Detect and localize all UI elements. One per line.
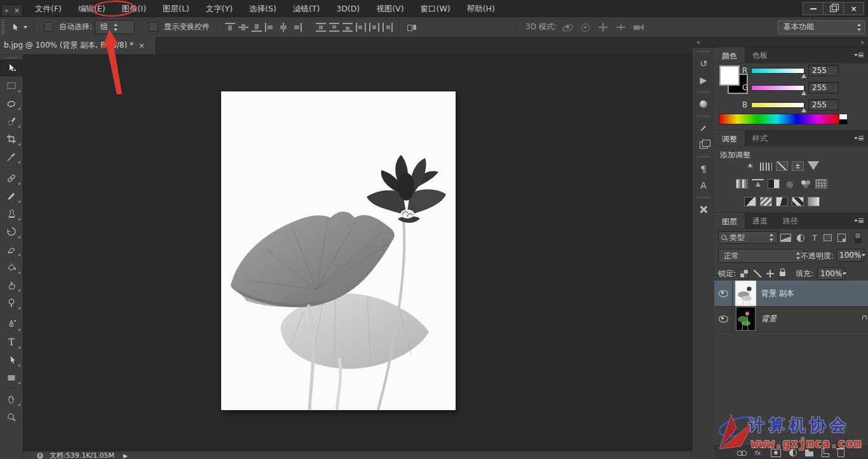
distribute-bottom-edges-icon[interactable]: [342, 23, 353, 32]
slider-thumb[interactable]: [801, 91, 806, 95]
green-slider[interactable]: [751, 85, 804, 91]
smart-object-filter-icon[interactable]: [835, 232, 848, 243]
distribute-vertical-centers-icon[interactable]: [329, 23, 339, 32]
lock-transparent-icon[interactable]: [740, 269, 749, 278]
filter-toggle-icon[interactable]: [851, 232, 864, 243]
layer-row-background[interactable]: 背景: [714, 306, 868, 332]
tab-close-icon[interactable]: ×: [139, 41, 145, 50]
quick-selection-tool[interactable]: [0, 113, 22, 130]
color-lookup-icon[interactable]: [815, 179, 827, 189]
distribute-right-edges-icon[interactable]: [383, 23, 393, 32]
eyedropper-tool[interactable]: [0, 149, 22, 165]
restore-button[interactable]: [823, 2, 844, 15]
auto-select-dropdown[interactable]: 组: [95, 20, 135, 34]
character-styles-icon[interactable]: A: [693, 177, 714, 194]
menu-item-edit[interactable]: 编辑(E): [70, 0, 114, 17]
dock-grip[interactable]: [697, 116, 710, 117]
align-right-edges-icon[interactable]: [292, 23, 302, 32]
align-top-edges-icon[interactable]: [225, 23, 235, 32]
lasso-tool[interactable]: [0, 95, 22, 112]
workspace-switcher[interactable]: 基本功能: [778, 20, 865, 34]
layer-thumbnail[interactable]: [736, 282, 755, 305]
smudge-tool[interactable]: [0, 277, 22, 293]
color-spectrum-ramp[interactable]: [719, 114, 839, 124]
path-selection-tool[interactable]: [0, 352, 22, 368]
menu-item-image[interactable]: 图像(I): [114, 0, 154, 17]
invert-icon[interactable]: [744, 197, 756, 206]
crop-tool[interactable]: [0, 131, 22, 147]
3d-roll-icon[interactable]: [579, 22, 593, 32]
color-balance-icon[interactable]: [752, 179, 764, 189]
menu-item-filter[interactable]: 滤镜(T): [285, 0, 328, 17]
red-value-input[interactable]: 255: [808, 65, 839, 76]
pixel-layer-filter-icon[interactable]: [779, 232, 792, 243]
align-horizontal-centers-icon[interactable]: [278, 23, 288, 32]
history-brush-tool[interactable]: [0, 223, 22, 240]
layer-name[interactable]: 背景 副本: [761, 288, 794, 299]
lock-pixels-icon[interactable]: [754, 270, 761, 277]
fill-dropdown[interactable]: [842, 268, 846, 279]
spot-healing-brush-tool[interactable]: [0, 170, 22, 187]
tab-layers[interactable]: 图层: [714, 213, 745, 229]
document-canvas[interactable]: [221, 91, 456, 410]
menu-item-window[interactable]: 窗口(W): [412, 0, 459, 17]
gradient-map-icon[interactable]: [792, 197, 804, 206]
fill-control[interactable]: 100%: [817, 267, 845, 280]
link-layers-icon[interactable]: [737, 451, 746, 455]
shape-layer-filter-icon[interactable]: [821, 232, 834, 243]
zoom-tool[interactable]: [0, 409, 22, 425]
brightness-contrast-icon[interactable]: [744, 161, 756, 171]
hand-tool[interactable]: [0, 391, 22, 408]
collapse-panels-icon[interactable]: «: [696, 39, 700, 46]
menu-item-view[interactable]: 视图(V): [368, 0, 412, 17]
adjustment-layer-filter-icon[interactable]: [794, 232, 807, 243]
photo-filter-icon[interactable]: [783, 179, 796, 189]
layer-row-background-copy[interactable]: 背景 副本: [714, 281, 868, 307]
dock-grip[interactable]: [697, 156, 710, 157]
bw-ramp-end[interactable]: [839, 114, 848, 124]
panel-menu-icon[interactable]: [854, 135, 864, 142]
menu-item-3d[interactable]: 3D(D): [328, 0, 368, 17]
levels-icon[interactable]: [760, 163, 772, 171]
new-layer-icon[interactable]: [822, 448, 829, 457]
brush-presets-icon[interactable]: [693, 120, 714, 136]
green-value-input[interactable]: 255: [808, 82, 839, 93]
pen-tool[interactable]: [0, 316, 22, 333]
foreground-color-swatch[interactable]: [719, 65, 740, 86]
tab-swatches[interactable]: 色板: [745, 48, 775, 63]
threshold-icon[interactable]: [776, 197, 788, 206]
status-flyout-icon[interactable]: ▶: [123, 453, 128, 459]
fill-value[interactable]: 100%: [818, 269, 842, 278]
tab-channels[interactable]: 通道: [745, 213, 775, 229]
3d-orbit-icon[interactable]: [561, 22, 575, 32]
align-bottom-edges-icon[interactable]: [252, 23, 262, 32]
black-white-icon[interactable]: [768, 179, 780, 189]
rectangle-tool[interactable]: [0, 369, 22, 386]
panel-menu-icon[interactable]: [854, 218, 864, 224]
dodge-tool[interactable]: [0, 295, 22, 311]
vibrance-icon[interactable]: [808, 161, 819, 170]
layer-filter-type-dropdown[interactable]: 类型: [718, 231, 778, 244]
dock-grip[interactable]: [697, 51, 710, 52]
paragraph-styles-icon[interactable]: ¶: [693, 161, 714, 177]
document-tab[interactable]: b.jpg @ 100% (背景 副本, RGB/8) * ×: [0, 37, 156, 54]
layer-style-icon[interactable]: [754, 449, 763, 456]
3d-zoom-camera-icon[interactable]: [632, 22, 646, 32]
slider-thumb[interactable]: [801, 108, 806, 112]
panel-menu-icon[interactable]: [854, 52, 864, 58]
curves-icon[interactable]: [776, 161, 788, 171]
posterize-icon[interactable]: [760, 197, 772, 206]
tool-presets-icon[interactable]: [693, 201, 714, 218]
red-slider[interactable]: [751, 68, 804, 74]
hue-saturation-icon[interactable]: [736, 179, 748, 189]
3d-pan-icon[interactable]: [597, 22, 611, 32]
align-left-edges-icon[interactable]: [265, 23, 275, 32]
layer-mask-icon[interactable]: [771, 449, 781, 457]
tab-color[interactable]: 颜色: [714, 48, 745, 63]
layer-name[interactable]: 背景: [761, 314, 776, 324]
distribute-left-edges-icon[interactable]: [356, 23, 366, 32]
visibility-cell[interactable]: [714, 281, 733, 306]
auto-select-checkbox[interactable]: [44, 22, 53, 32]
menu-item-type[interactable]: 文字(Y): [198, 0, 241, 17]
tab-overflow-icon[interactable]: »: [4, 7, 8, 14]
